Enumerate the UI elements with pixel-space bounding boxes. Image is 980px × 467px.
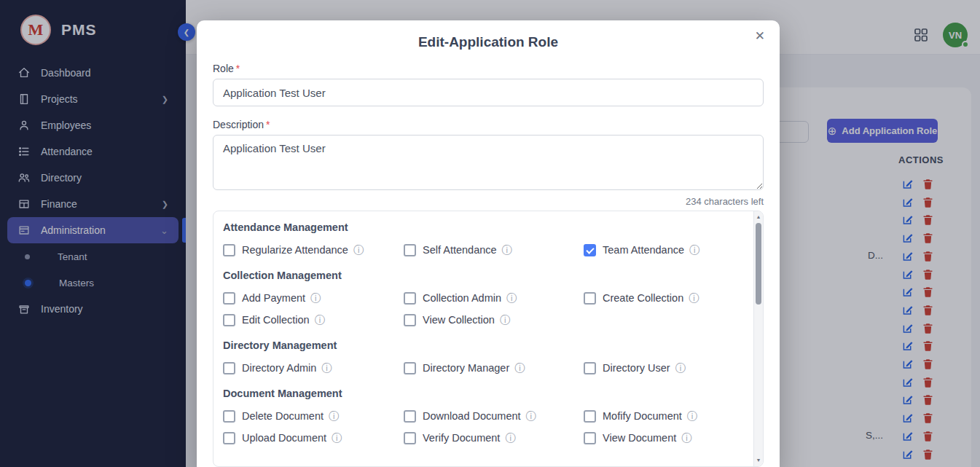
required-asterisk: * [236, 63, 240, 74]
checkbox-self-attendance[interactable] [404, 244, 416, 256]
info-icon[interactable]: ⓘ [353, 245, 364, 255]
edit-application-role-modal: ✕ Edit-Application Role Role* Descriptio… [197, 20, 780, 467]
info-icon[interactable]: ⓘ [681, 433, 691, 443]
checkbox-directory-admin[interactable] [223, 362, 235, 374]
permission-item: View Documentⓘ [584, 427, 741, 449]
role-label: Role* [213, 63, 764, 74]
info-icon[interactable]: ⓘ [315, 315, 325, 325]
checkbox-directory-manager[interactable] [404, 362, 416, 374]
checkbox-view-collection[interactable] [404, 314, 416, 326]
checkbox-add-payment[interactable] [223, 292, 235, 305]
permission-label: Download Document [423, 410, 521, 422]
permission-item: Mofify Documentⓘ [584, 405, 741, 427]
info-icon[interactable]: ⓘ [329, 411, 339, 421]
info-icon[interactable]: ⓘ [506, 293, 517, 303]
description-textarea[interactable]: Application Test User [213, 135, 764, 190]
permission-section: Attendance ManagementRegularize Attendan… [223, 221, 741, 261]
info-icon[interactable]: ⓘ [526, 411, 536, 421]
permission-item: Delete Documentⓘ [223, 405, 404, 427]
info-icon[interactable]: ⓘ [689, 293, 699, 303]
permission-label: Upload Document [242, 432, 326, 444]
permission-section: Directory ManagementDirectory AdminⓘDire… [223, 340, 741, 379]
permission-item: Edit Collectionⓘ [223, 309, 404, 331]
description-label-text: Description [213, 119, 264, 130]
info-icon[interactable]: ⓘ [514, 363, 525, 373]
info-icon[interactable]: ⓘ [321, 363, 332, 373]
checkbox-view-document[interactable] [584, 432, 596, 444]
checkbox-create-collection[interactable] [584, 292, 596, 305]
role-input[interactable] [213, 79, 764, 106]
info-icon[interactable]: ⓘ [689, 245, 699, 255]
permission-label: Regularize Attendance [242, 244, 348, 256]
checkbox-verify-document[interactable] [404, 432, 416, 444]
permission-label: View Document [603, 432, 676, 444]
scrollbar[interactable]: ▲ ▼ [753, 211, 763, 466]
info-icon[interactable]: ⓘ [687, 411, 697, 421]
info-icon[interactable]: ⓘ [502, 245, 512, 255]
section-title: Attendance Management [223, 221, 741, 233]
description-label: Description* [213, 119, 764, 130]
permission-item: Directory Adminⓘ [223, 357, 404, 379]
checkbox-collection-admin[interactable] [404, 292, 416, 305]
application-root: M PMS DashboardProjects❯EmployeesAttenda… [0, 0, 980, 467]
info-icon[interactable]: ⓘ [310, 293, 321, 303]
permission-item: Upload Documentⓘ [223, 427, 404, 449]
permission-label: Directory User [603, 362, 670, 374]
permission-item: Directory Managerⓘ [404, 357, 584, 379]
permission-item: Add Paymentⓘ [223, 287, 404, 309]
permission-label: Collection Admin [423, 292, 501, 304]
permission-label: Verify Document [423, 432, 500, 444]
info-icon[interactable]: ⓘ [332, 433, 342, 443]
permission-item: Verify Documentⓘ [404, 427, 584, 449]
scroll-up-icon[interactable]: ▲ [754, 214, 763, 219]
permission-item: Create Collectionⓘ [584, 287, 741, 309]
section-title: Document Management [223, 388, 741, 399]
section-title: Directory Management [223, 340, 741, 351]
info-icon[interactable]: ⓘ [500, 315, 510, 325]
section-title: Collection Management [223, 270, 741, 281]
permission-item: Collection Adminⓘ [404, 287, 584, 309]
permission-label: Edit Collection [242, 314, 310, 326]
permission-item: Self Attendanceⓘ [404, 239, 584, 261]
checkbox-edit-collection[interactable] [223, 314, 235, 326]
required-asterisk: * [266, 119, 270, 130]
permission-label: Directory Admin [242, 362, 316, 374]
modal-title: Edit-Application Role [213, 20, 764, 50]
checkbox-download-document[interactable] [404, 410, 416, 423]
permission-sections: Attendance ManagementRegularize Attendan… [223, 221, 741, 449]
info-icon[interactable]: ⓘ [675, 363, 686, 373]
checkbox-upload-document[interactable] [223, 432, 235, 444]
checkbox-directory-user[interactable] [584, 362, 596, 374]
checkbox-mofify-document[interactable] [584, 410, 596, 423]
permissions-panel: Attendance ManagementRegularize Attendan… [213, 211, 764, 467]
permission-label: View Collection [423, 314, 495, 326]
permission-label: Self Attendance [423, 244, 497, 256]
checkbox-team-attendance[interactable] [584, 244, 596, 256]
permission-section: Document ManagementDelete DocumentⓘDownl… [223, 388, 741, 449]
permission-section: Collection ManagementAdd PaymentⓘCollect… [223, 270, 741, 331]
role-label-text: Role [213, 63, 234, 74]
permission-label: Mofify Document [603, 410, 682, 422]
permission-label: Directory Manager [423, 362, 509, 374]
permission-item: Download Documentⓘ [404, 405, 584, 427]
scrollbar-thumb[interactable] [756, 223, 761, 305]
permission-label: Team Attendance [603, 244, 684, 256]
permission-item: Team Attendanceⓘ [584, 239, 741, 261]
info-icon[interactable]: ⓘ [505, 433, 515, 443]
permission-label: Create Collection [603, 292, 683, 304]
permission-item: Directory Userⓘ [584, 357, 741, 379]
permission-item: Regularize Attendanceⓘ [223, 239, 404, 261]
characters-left-counter: 234 characters left [213, 196, 764, 207]
checkbox-delete-document[interactable] [223, 410, 235, 423]
permission-item: View Collectionⓘ [404, 309, 584, 331]
permission-label: Add Payment [242, 292, 305, 304]
permission-label: Delete Document [242, 410, 324, 422]
scroll-down-icon[interactable]: ▼ [754, 458, 763, 463]
close-icon[interactable]: ✕ [755, 30, 765, 42]
checkbox-regularize-attendance[interactable] [223, 244, 235, 256]
